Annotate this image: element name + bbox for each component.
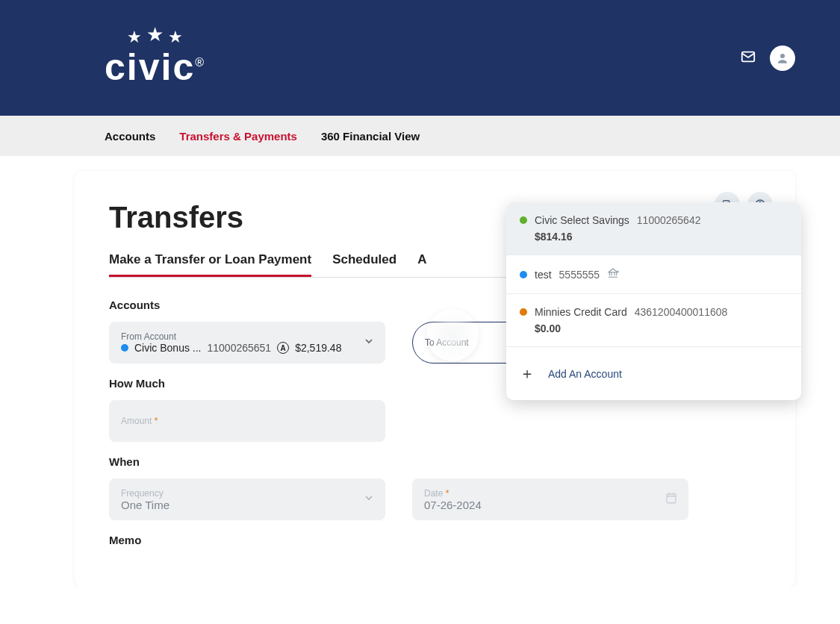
frequency-label: Frequency <box>121 488 373 499</box>
account-dot-icon <box>520 308 527 316</box>
topbar-actions <box>740 46 795 71</box>
calendar-icon <box>665 491 678 508</box>
option-amount: $0.00 <box>520 322 788 334</box>
svg-rect-6 <box>667 494 676 503</box>
top-bar: ★ ★ ★ civic® <box>0 0 840 116</box>
section-memo-label: Memo <box>109 534 761 546</box>
star-icon: ★ <box>168 28 183 47</box>
account-dot-icon <box>121 344 128 352</box>
add-account-label: Add An Account <box>548 368 622 380</box>
option-amount: $814.16 <box>520 231 788 243</box>
from-account-number: 11000265651 <box>207 342 271 354</box>
star-icon: ★ <box>127 28 142 47</box>
add-account-button[interactable]: ＋ Add An Account <box>506 347 801 400</box>
from-account-select[interactable]: From Account Civic Bonus ... 11000265651… <box>109 322 385 364</box>
dropdown-option[interactable]: test 5555555 <box>506 255 801 294</box>
option-number: 4361200400011608 <box>635 306 728 318</box>
tab-activity[interactable]: A <box>417 252 426 277</box>
option-number: 5555555 <box>559 269 600 281</box>
nav-financial-view[interactable]: 360 Financial View <box>321 130 420 143</box>
amount-label: Amount * <box>121 416 373 426</box>
brand-name: civic® <box>105 46 205 89</box>
svg-point-1 <box>780 54 785 58</box>
account-dot-icon <box>520 271 527 278</box>
date-label: Date * <box>424 488 676 499</box>
tab-scheduled[interactable]: Scheduled <box>332 252 396 277</box>
section-when-label: When <box>109 455 761 468</box>
from-account-balance: $2,519.48 <box>295 342 341 354</box>
focus-indicator <box>426 309 479 361</box>
frequency-value: One Time <box>121 499 373 511</box>
date-value: 07-26-2024 <box>424 499 676 511</box>
profile-avatar[interactable] <box>770 46 795 71</box>
option-name: Civic Select Savings <box>535 214 629 226</box>
amount-input[interactable]: Amount * <box>109 400 385 442</box>
star-icon: ★ <box>146 23 164 47</box>
available-balance-icon: A <box>277 342 289 354</box>
from-account-label: From Account <box>121 331 373 342</box>
page-body: Transfers Make a Transfer or Loan Paymen… <box>0 156 840 587</box>
option-name: test <box>535 269 552 281</box>
from-account-name: Civic Bonus ... <box>134 342 201 354</box>
frequency-select[interactable]: Frequency One Time <box>109 478 385 520</box>
chevron-down-icon <box>363 335 375 350</box>
main-nav: Accounts Transfers & Payments 360 Financ… <box>0 116 840 156</box>
option-number: 11000265642 <box>637 214 701 226</box>
date-input[interactable]: Date * 07-26-2024 <box>412 478 688 520</box>
mail-icon[interactable] <box>740 49 756 68</box>
nav-accounts[interactable]: Accounts <box>105 130 155 143</box>
accounts-row: From Account Civic Bonus ... 11000265651… <box>109 322 761 364</box>
account-dot-icon <box>520 216 527 224</box>
chevron-down-icon <box>363 492 375 507</box>
nav-transfers[interactable]: Transfers & Payments <box>179 130 297 143</box>
plus-icon: ＋ <box>520 364 532 384</box>
transfers-card: Transfers Make a Transfer or Loan Paymen… <box>75 171 795 587</box>
to-account-dropdown: Civic Select Savings 11000265642 $814.16… <box>506 202 801 400</box>
dropdown-option[interactable]: Minnies Credit Card 4361200400011608 $0.… <box>506 294 801 347</box>
logo-stars: ★ ★ ★ <box>127 28 183 47</box>
bank-icon <box>607 267 619 281</box>
from-account-value: Civic Bonus ... 11000265651 A $2,519.48 <box>121 342 373 354</box>
tab-make-transfer[interactable]: Make a Transfer or Loan Payment <box>109 252 311 277</box>
brand-logo[interactable]: ★ ★ ★ civic® <box>105 28 205 89</box>
dropdown-option[interactable]: Civic Select Savings 11000265642 $814.16 <box>506 202 801 255</box>
option-name: Minnies Credit Card <box>535 306 627 318</box>
